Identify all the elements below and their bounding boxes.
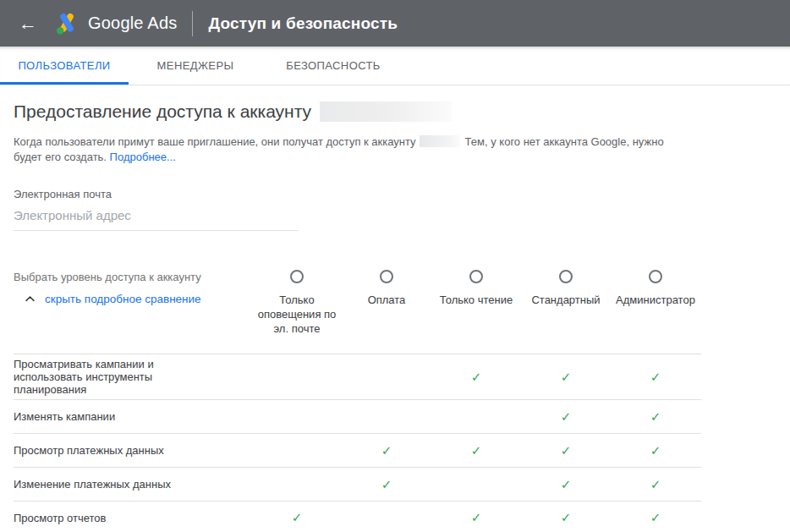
table-row: Просмотр платежных данных✓✓✓✓ [14, 433, 701, 467]
tab-users[interactable]: ПОЛЬЗОВАТЕЛИ [0, 47, 129, 85]
main-content: Предоставление доступа к аккаунту Когда … [0, 100, 790, 532]
email-label: Электронная почта [14, 188, 776, 200]
google-ads-access-page: ← Google Ads Доступ и безопасность ПОЛЬЗ… [0, 0, 790, 532]
back-arrow-icon[interactable]: ← [15, 14, 41, 33]
check-icon: ✓ [342, 477, 431, 492]
table-row: Просмотр отчетов✓✓✓✓ [14, 501, 701, 532]
radio-standard[interactable] [559, 270, 573, 283]
email-section: Электронная почта [14, 188, 776, 231]
tab-managers[interactable]: МЕНЕДЖЕРЫ [129, 47, 262, 85]
email-input[interactable] [14, 202, 298, 231]
access-level-label: Выбрать уровень доступа к аккаунту [14, 271, 252, 283]
permission-label: Просмотр отчетов [14, 512, 193, 524]
check-icon: ✓ [431, 370, 521, 385]
check-icon: ✓ [611, 477, 700, 492]
access-level-header: Выбрать уровень доступа к аккаунту [14, 270, 776, 283]
table-row: Просматривать кампании и использовать ин… [14, 354, 701, 399]
page-title: Доступ и безопасность [208, 14, 398, 33]
toggle-comparison-label[interactable]: скрыть подробное сравнение [45, 293, 201, 305]
tab-security[interactable]: БЕЗОПАСНОСТЬ [262, 47, 404, 85]
permission-label: Просматривать кампании и использовать ин… [14, 358, 193, 396]
header-divider [192, 11, 193, 36]
permission-label: Просмотр платежных данных [14, 444, 193, 457]
table-row: Изменять кампании✓✓ [14, 399, 701, 433]
check-icon: ✓ [252, 510, 342, 525]
section-title: Предоставление доступа к аккаунту [14, 100, 776, 123]
check-icon: ✓ [521, 443, 611, 458]
google-ads-logo-icon: Google Ads [54, 11, 177, 36]
check-icon: ✓ [611, 370, 700, 385]
description-text-1: Когда пользователи примут ваше приглашен… [14, 135, 416, 148]
redacted-account-id-inline [420, 135, 460, 147]
app-header: ← Google Ads Доступ и безопасность [0, 0, 790, 47]
check-icon: ✓ [431, 510, 521, 525]
section-title-text: Предоставление доступа к аккаунту [14, 100, 311, 123]
level-admin: Администратор [611, 293, 700, 336]
check-icon: ✓ [611, 443, 700, 458]
chevron-up-icon[interactable] [24, 293, 36, 305]
permission-label: Изменять кампании [14, 410, 193, 423]
permissions-table: Просматривать кампании и использовать ин… [14, 354, 701, 532]
learn-more-link[interactable]: Подробнее... [110, 151, 176, 163]
brand-text: Google Ads [88, 14, 177, 33]
check-icon: ✓ [611, 409, 700, 425]
permission-label: Изменение платежных данных [14, 478, 193, 491]
check-icon: ✓ [521, 510, 611, 525]
description: Когда пользователи примут ваше приглашен… [14, 134, 690, 165]
table-row: Изменение платежных данных✓✓✓ [14, 467, 701, 501]
check-icon: ✓ [431, 443, 521, 458]
check-icon: ✓ [521, 477, 611, 492]
level-billing: Оплата [342, 293, 431, 336]
check-icon: ✓ [611, 510, 700, 525]
redacted-account-id [320, 101, 452, 122]
check-icon: ✓ [521, 370, 611, 385]
tab-bar: ПОЛЬЗОВАТЕЛИ МЕНЕДЖЕРЫ БЕЗОПАСНОСТЬ [0, 47, 790, 85]
check-icon: ✓ [342, 443, 431, 458]
check-icon: ✓ [521, 409, 611, 425]
level-standard: Стандартный [521, 293, 611, 336]
radio-read-only[interactable] [469, 270, 483, 283]
toggle-comparison[interactable]: скрыть подробное сравнение [14, 293, 252, 305]
radio-admin[interactable] [649, 270, 662, 283]
radio-email-only[interactable] [290, 270, 304, 283]
radio-billing[interactable] [380, 270, 393, 283]
level-email-only: Только оповещения по эл. почте [252, 293, 342, 336]
level-read-only: Только чтение [431, 293, 521, 336]
access-level-names: скрыть подробное сравнение Только оповещ… [14, 293, 776, 336]
